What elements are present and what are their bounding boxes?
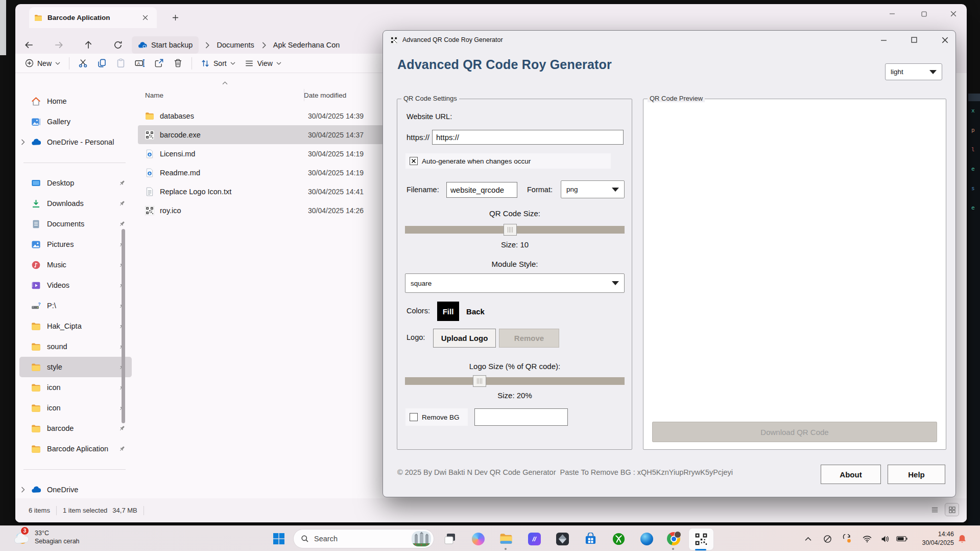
wifi-icon[interactable] [861, 533, 873, 544]
search-box[interactable]: Search [293, 529, 434, 548]
sidebar-item[interactable]: ? barcode [19, 418, 132, 439]
dialog-minimize-button[interactable] [872, 32, 895, 48]
column-divider[interactable] [304, 89, 304, 101]
large-icons-view-toggle[interactable] [945, 503, 959, 516]
logo-size-slider[interactable] [405, 377, 625, 385]
download-qr-button[interactable]: Download QR Code [652, 422, 937, 442]
sidebar-item[interactable]: ? P:\ [19, 295, 132, 316]
slashes-app-button[interactable]: // [527, 532, 541, 546]
file-row[interactable]: barcode.exe 30/04/2025 14:37 [138, 125, 403, 144]
remove-bg-checkbox[interactable] [410, 413, 418, 421]
nav-refresh-button[interactable] [108, 36, 128, 54]
new-button[interactable]: New [20, 55, 65, 72]
xbox-button[interactable] [611, 532, 626, 546]
dialog-close-button[interactable] [934, 32, 956, 48]
tab-close-button[interactable] [138, 11, 152, 25]
breadcrumb-chip-start-backup[interactable]: Start backup [132, 36, 199, 54]
dark-prism-app-button[interactable] [555, 532, 569, 546]
sidebar-scrollbar[interactable] [122, 229, 125, 423]
sync-update-icon[interactable] [841, 533, 853, 544]
nav-up-button[interactable] [79, 36, 98, 54]
sidebar-item[interactable]: ? Documents [19, 214, 132, 234]
breadcrumb-current-folder[interactable]: Apk Sederhana Con [270, 41, 343, 49]
about-button[interactable]: About [821, 465, 881, 484]
copilot-button[interactable] [471, 532, 485, 546]
dialog-titlebar[interactable]: Advanced QR Code Roy Generator [383, 31, 955, 49]
weather-widget[interactable]: 3 33°C Sebagian cerah [12, 528, 80, 546]
sort-button[interactable]: Sort [196, 55, 240, 72]
sidebar-item[interactable]: ? OneDrive - Personal [19, 132, 132, 152]
view-button[interactable]: View [240, 55, 286, 72]
breadcrumb-documents[interactable]: Documents [213, 41, 257, 49]
sidebar-item[interactable]: ? Pictures [19, 234, 132, 255]
explorer-maximize-button[interactable] [913, 6, 935, 21]
back-color-button[interactable]: Back [462, 302, 489, 321]
microsoft-store-button[interactable] [583, 532, 597, 546]
sidebar-item[interactable]: ? icon [19, 377, 132, 398]
explorer-tab[interactable]: Barcode Aplication [29, 7, 157, 28]
explorer-close-button[interactable] [943, 6, 964, 21]
help-button[interactable]: Help [888, 465, 945, 484]
sidebar-item[interactable]: ? Home [19, 91, 132, 111]
rename-button[interactable]: A [130, 55, 150, 72]
sidebar-item[interactable]: ? Downloads [19, 193, 132, 214]
battery-icon[interactable] [896, 533, 908, 544]
folder-icon [499, 532, 513, 545]
sidebar-item[interactable]: ? [19, 459, 132, 479]
status-divider [144, 506, 144, 515]
dialog-maximize-button[interactable] [903, 32, 925, 48]
sidebar-item[interactable]: ? Hak_Cipta [19, 316, 132, 336]
sidebar-item[interactable]: ? Videos [19, 275, 132, 295]
file-row[interactable]: databases 30/04/2025 14:39 [138, 106, 403, 125]
notification-bell-button[interactable] [956, 533, 968, 544]
paste-button[interactable] [111, 55, 130, 72]
sidebar-item[interactable]: ? Gallery [19, 111, 132, 132]
delete-button[interactable] [169, 55, 187, 72]
theme-select[interactable]: light [885, 63, 942, 80]
tray-chevron-up-button[interactable] [802, 533, 814, 544]
edge-button[interactable] [639, 532, 654, 546]
fill-color-button[interactable]: Fill [437, 302, 459, 321]
sidebar-item[interactable]: ? OneDrive [19, 479, 132, 498]
nav-back-button[interactable] [19, 36, 39, 54]
sidebar-item[interactable]: ? Barcode Aplication [19, 439, 132, 459]
website-url-input[interactable] [432, 130, 624, 145]
column-header-name[interactable]: Name [138, 91, 304, 99]
task-view-button[interactable] [443, 532, 457, 546]
slider-handle[interactable] [473, 375, 486, 387]
autogen-checkbox[interactable] [410, 157, 418, 165]
file-row[interactable]: roy.ico 30/04/2025 14:26 [138, 201, 403, 220]
file-row[interactable]: Readme.md 30/04/2025 14:19 [138, 163, 403, 182]
cut-button[interactable] [74, 55, 92, 72]
file-row[interactable]: Licensi.md 30/04/2025 14:19 [138, 144, 403, 163]
explorer-minimize-button[interactable] [881, 6, 903, 21]
sidebar-item[interactable]: ? Desktop [19, 173, 132, 193]
sidebar-item[interactable]: ? style [19, 357, 132, 377]
sidebar-item[interactable]: ? icon [19, 398, 132, 418]
copy-button[interactable] [92, 55, 111, 72]
sidebar-item[interactable]: ? [19, 152, 132, 173]
remove-logo-button[interactable]: Remove [499, 329, 559, 348]
details-view-toggle[interactable] [928, 503, 941, 516]
blocked-circle-icon[interactable] [821, 533, 833, 544]
filename-input[interactable] [446, 182, 517, 198]
share-button[interactable] [150, 55, 169, 72]
chrome-button[interactable] [666, 532, 681, 546]
slider-handle[interactable] [504, 224, 517, 236]
start-button[interactable] [272, 532, 286, 546]
file-row[interactable]: Replace Logo Icon.txt 30/04/2025 14:41 [138, 182, 403, 201]
sidebar-item[interactable]: ? sound [19, 336, 132, 357]
remove-bg-input[interactable] [474, 408, 568, 426]
file-explorer-button[interactable] [499, 532, 513, 546]
nav-forward-button[interactable] [49, 36, 68, 54]
qr-generator-app-button[interactable] [688, 528, 714, 550]
column-header-date-modified[interactable]: Date modified [304, 91, 346, 99]
clock[interactable]: 14:46 30/04/2025 [914, 530, 954, 547]
qr-size-slider[interactable] [405, 226, 625, 234]
format-select[interactable]: png [561, 180, 625, 198]
upload-logo-button[interactable]: Upload Logo [433, 329, 496, 348]
sidebar-item[interactable]: ? Music [19, 255, 132, 275]
volume-icon[interactable] [879, 533, 891, 544]
new-tab-button[interactable] [169, 11, 182, 24]
module-style-select[interactable]: square [405, 273, 625, 293]
